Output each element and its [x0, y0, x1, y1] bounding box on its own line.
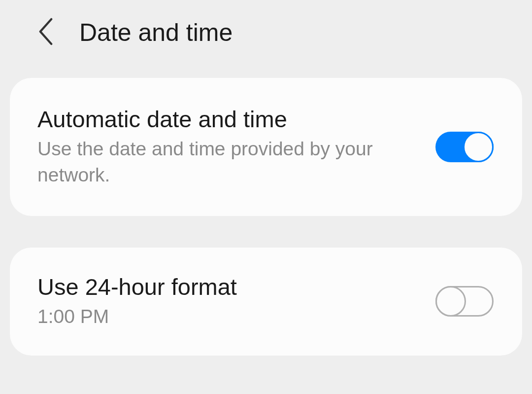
chevron-left-icon [37, 18, 55, 47]
setting-text: Use 24-hour format 1:00 PM [37, 273, 435, 330]
setting-subtitle: 1:00 PM [37, 304, 421, 330]
setting-24-hour-format[interactable]: Use 24-hour format 1:00 PM [10, 248, 522, 356]
setting-automatic-date-time[interactable]: Automatic date and time Use the date and… [10, 78, 522, 216]
setting-subtitle: Use the date and time provided by your n… [37, 136, 421, 188]
setting-text: Automatic date and time Use the date and… [37, 106, 435, 188]
toggle-thumb [435, 286, 466, 317]
setting-title: Use 24-hour format [37, 273, 421, 301]
page-title: Date and time [79, 18, 233, 47]
toggle-24-hour-format[interactable] [435, 286, 494, 317]
back-button[interactable] [37, 18, 55, 47]
toggle-thumb [463, 132, 494, 162]
setting-title: Automatic date and time [37, 106, 421, 133]
toggle-automatic-date-time[interactable] [435, 132, 494, 162]
header: Date and time [0, 0, 532, 65]
